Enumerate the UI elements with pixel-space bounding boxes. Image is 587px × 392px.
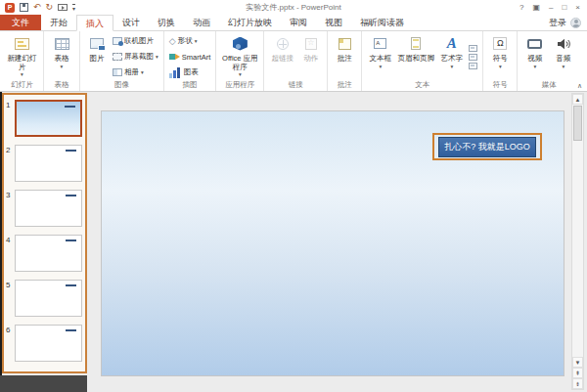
ribbon-insert: 新建幻灯片▾ 幻灯片 表格▾ 表格 图片: [0, 30, 587, 92]
textbox-button[interactable]: A 文本框▾: [365, 33, 395, 80]
sign-in-area[interactable]: 登录: [549, 15, 587, 30]
powerpoint-app-icon[interactable]: P: [5, 3, 15, 13]
video-button[interactable]: 视频▾: [520, 33, 549, 80]
scrollbar-thumb[interactable]: [573, 106, 582, 141]
save-icon[interactable]: [20, 3, 28, 12]
close-button[interactable]: ×: [575, 3, 580, 12]
photo-album-icon: [113, 68, 122, 76]
tab-review[interactable]: 审阅: [281, 15, 316, 30]
smartart-icon: [169, 53, 180, 62]
ribbon-group-apps: Office 应用程序▾ 应用程序: [216, 31, 264, 91]
comment-icon: [339, 34, 351, 53]
tab-transitions[interactable]: 切换: [149, 15, 184, 30]
title-bar: P ↶ ↻ ▾ 实验文件.pptx - PowerPoint ? ▣ – □ ×: [0, 0, 587, 15]
shapes-button[interactable]: ◇ 形状▾: [167, 34, 213, 48]
logo-dash: [66, 240, 76, 241]
table-icon: [55, 34, 69, 53]
customize-qat-icon[interactable]: ▾: [72, 4, 75, 12]
date-time-button[interactable]: [469, 45, 477, 52]
textbox-icon: A: [374, 34, 386, 53]
logo-textbox[interactable]: 扎心不? 我就是LOGO: [438, 137, 536, 157]
slide-number: 2: [6, 145, 15, 154]
photo-album-button[interactable]: 相册▾: [111, 65, 160, 79]
previous-slide-button[interactable]: ⇞: [572, 368, 583, 378]
ribbon-group-media: 视频▾ 音频▾ 媒体: [518, 31, 580, 91]
user-avatar: [570, 18, 581, 28]
tab-view[interactable]: 视图: [316, 15, 351, 30]
audio-button[interactable]: 音频▾: [549, 33, 577, 80]
workspace: 1 2 3 4 5 6: [0, 92, 587, 392]
slide-number: 5: [6, 280, 15, 289]
minimize-button[interactable]: –: [549, 3, 553, 12]
pictures-icon: [90, 34, 104, 53]
group-label-text: 文本: [365, 80, 479, 91]
slide-thumbnail-6[interactable]: [15, 325, 82, 362]
ribbon-tab-row: 文件 开始 插入 设计 切换 动画 幻灯片放映 审阅 视图 福昕阅读器 登录: [0, 15, 587, 30]
object-button[interactable]: [469, 63, 477, 69]
office-apps-button[interactable]: Office 应用程序▾: [219, 33, 260, 80]
tab-home[interactable]: 开始: [41, 15, 76, 30]
logo-dash: [66, 329, 76, 331]
tab-foxit-reader[interactable]: 福昕阅读器: [351, 15, 413, 30]
window-controls: ? ▣ – □ ×: [519, 3, 587, 12]
group-label-tables: 表格: [47, 80, 76, 91]
scroll-down-button[interactable]: ▼: [572, 357, 583, 368]
redo-icon[interactable]: ↻: [46, 3, 54, 12]
slide-thumbnail-panel: 1 2 3 4 5 6: [2, 93, 87, 373]
tab-animations[interactable]: 动画: [184, 15, 219, 30]
header-footer-button[interactable]: 页眉和页脚: [395, 33, 436, 80]
group-label-links: 链接: [267, 80, 324, 91]
wordart-icon: A: [447, 34, 457, 53]
next-slide-button[interactable]: ⇟: [572, 378, 583, 389]
help-button[interactable]: ?: [519, 3, 523, 12]
screenshot-button[interactable]: 屏幕截图▾: [111, 50, 160, 64]
ribbon-display-options-button[interactable]: ▣: [532, 3, 540, 12]
tab-file[interactable]: 文件: [0, 15, 41, 30]
collapse-ribbon-button[interactable]: ∧: [577, 82, 582, 90]
logo-dash: [65, 106, 75, 108]
group-label-slides: 幻灯片: [4, 80, 40, 91]
action-button[interactable]: ☆ 动作: [297, 33, 324, 80]
group-label-symbols: 符号: [486, 80, 514, 91]
screenshot-icon: [113, 53, 122, 61]
powerpoint-window: P ↶ ↻ ▾ 实验文件.pptx - PowerPoint ? ▣ – □ ×…: [0, 0, 587, 392]
chart-icon: [169, 67, 182, 78]
tab-slideshow[interactable]: 幻灯片放映: [219, 15, 281, 30]
group-label-apps: 应用程序: [219, 80, 260, 91]
ribbon-group-links: 超链接 ☆ 动作 链接: [264, 31, 328, 91]
table-button[interactable]: 表格▾: [47, 33, 76, 80]
tab-design[interactable]: 设计: [113, 15, 149, 30]
pictures-button[interactable]: 图片: [83, 33, 111, 80]
ribbon-group-slides: 新建幻灯片▾ 幻灯片: [1, 31, 44, 91]
slide-thumbnail-4[interactable]: [15, 235, 82, 272]
slide-thumbnail-3[interactable]: [15, 190, 82, 227]
ribbon-group-images: 图片 联机图片 屏幕截图▾ 相册▾ 图: [80, 31, 164, 91]
vertical-scrollbar[interactable]: ▲ ▼ ⇞ ⇟: [571, 93, 584, 390]
chart-button[interactable]: 图表: [167, 65, 213, 79]
slide-thumbnail-1[interactable]: [15, 100, 82, 137]
scroll-up-button[interactable]: ▲: [572, 94, 583, 105]
comment-button[interactable]: 批注: [331, 33, 358, 80]
slide-row-6: 6: [6, 325, 82, 363]
slide-number-button[interactable]: [469, 54, 477, 61]
audio-icon: [557, 34, 570, 53]
hyperlink-button[interactable]: 超链接: [267, 33, 297, 80]
undo-icon[interactable]: ↶: [33, 3, 41, 12]
tab-insert[interactable]: 插入: [76, 15, 113, 31]
online-pictures-button[interactable]: 联机图片: [111, 34, 160, 48]
shapes-icon: ◇: [169, 37, 176, 46]
symbol-button[interactable]: Ω 符号▾: [486, 33, 514, 80]
new-slide-button[interactable]: 新建幻灯片▾: [4, 33, 40, 80]
wordart-button[interactable]: A 艺术字▾: [436, 33, 467, 80]
office-apps-icon: [233, 34, 248, 53]
slide-canvas[interactable]: 扎心不? 我就是LOGO: [101, 110, 564, 376]
maximize-button[interactable]: □: [562, 3, 566, 12]
slide-thumbnail-2[interactable]: [15, 145, 82, 182]
smartart-button[interactable]: SmartArt: [167, 50, 213, 64]
sign-in-label: 登录: [549, 17, 566, 29]
logo-dash: [66, 195, 76, 196]
online-pictures-icon: [113, 37, 122, 45]
slide-row-4: 4: [6, 235, 82, 273]
start-slideshow-icon[interactable]: [58, 4, 68, 11]
slide-thumbnail-5[interactable]: [15, 280, 82, 317]
